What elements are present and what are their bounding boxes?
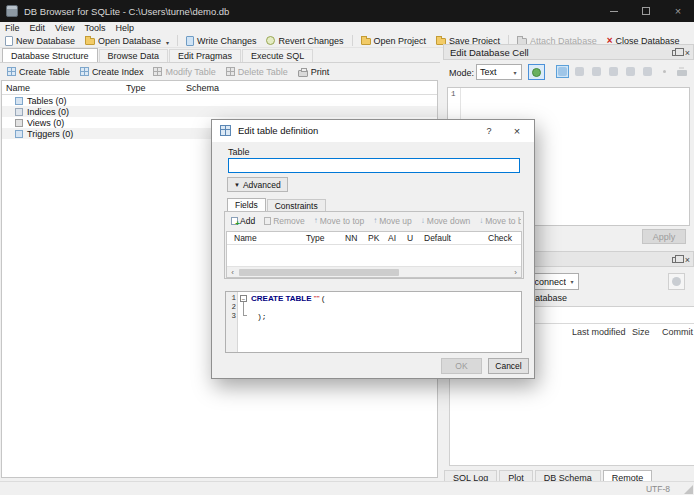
dialog-tab-bar: Fields Constraints: [227, 198, 327, 212]
import-file-button[interactable]: [590, 65, 603, 78]
menu-view[interactable]: View: [50, 23, 79, 33]
horizontal-scrollbar[interactable]: ‹ ›: [227, 266, 521, 277]
word-wrap-button[interactable]: [556, 65, 569, 78]
column-u[interactable]: U: [407, 233, 413, 243]
auto-apply-toggle[interactable]: [528, 64, 545, 80]
toolbar-separator: [352, 35, 353, 46]
fullscreen-button[interactable]: [641, 65, 654, 78]
tab-browse-data[interactable]: Browse Data: [99, 49, 169, 62]
title-bar[interactable]: DB Browser for SQLite - C:\Users\turne\d…: [0, 0, 694, 22]
tree-item-tables[interactable]: Tables (0): [2, 95, 437, 106]
sql-preview-editor[interactable]: 1 2 3 − CREATE TABLE "" ( );: [225, 291, 522, 353]
menu-help[interactable]: Help: [110, 23, 139, 33]
move-bottom-icon: ↓: [479, 216, 483, 225]
fold-marker-icon[interactable]: −: [240, 295, 247, 302]
export-file-button[interactable]: [607, 65, 620, 78]
menu-edit[interactable]: Edit: [25, 23, 51, 33]
tree-item-indices[interactable]: Indices (0): [2, 106, 437, 117]
move-up-button[interactable]: ↑ Move up: [373, 216, 412, 226]
apply-button[interactable]: Apply: [642, 229, 686, 244]
tab-constraints[interactable]: Constraints: [267, 199, 326, 211]
move-down-button[interactable]: ↓ Move down: [421, 216, 470, 226]
ok-button[interactable]: OK: [441, 358, 482, 374]
encoding-indicator: UTF-8: [646, 484, 670, 494]
write-changes-button[interactable]: Write Changes: [181, 34, 261, 48]
modify-table-button[interactable]: Modify Table: [148, 65, 220, 79]
edit-cell-panel-header[interactable]: Edit Database Cell ×: [443, 44, 694, 60]
tab-edit-pragmas[interactable]: Edit Pragmas: [169, 49, 241, 62]
help-icon: ?: [486, 126, 491, 136]
cancel-button[interactable]: Cancel: [488, 358, 529, 374]
column-ai[interactable]: AI: [388, 233, 396, 243]
fields-table[interactable]: Name Type NN PK AI U Default Check ‹ ›: [226, 231, 522, 278]
tab-execute-sql[interactable]: Execute SQL: [242, 49, 313, 62]
resize-grip[interactable]: [684, 485, 693, 494]
rtl-text-button[interactable]: [573, 65, 586, 78]
tree-column-name[interactable]: Name: [6, 83, 30, 93]
open-project-button[interactable]: Open Project: [356, 34, 432, 48]
remove-field-button[interactable]: Remove: [264, 216, 305, 226]
new-database-button[interactable]: New Database: [0, 34, 80, 48]
close-button[interactable]: ×: [662, 0, 694, 22]
fold-guide-line: [243, 315, 247, 316]
scroll-right-icon[interactable]: ›: [510, 267, 521, 277]
maximize-icon: [642, 7, 650, 15]
column-pk[interactable]: PK: [368, 233, 379, 243]
float-panel-icon[interactable]: [672, 50, 679, 56]
create-table-button[interactable]: Create Table: [2, 65, 75, 79]
create-index-button[interactable]: Create Index: [75, 65, 149, 79]
tab-fields[interactable]: Fields: [227, 198, 266, 212]
tab-database-structure[interactable]: Database Structure: [2, 48, 98, 63]
column-type[interactable]: Type: [306, 233, 324, 243]
set-null-button[interactable]: [658, 65, 671, 78]
column-check[interactable]: Check: [488, 233, 512, 243]
table-name-input[interactable]: [228, 158, 520, 173]
reload-remote-button[interactable]: [668, 273, 685, 290]
print-cell-button[interactable]: [675, 65, 688, 78]
tree-column-schema[interactable]: Schema: [186, 83, 219, 93]
minimize-button[interactable]: [598, 0, 630, 22]
rtl-text-icon: [575, 67, 584, 76]
dialog-title-bar[interactable]: Edit table definition ? ×: [212, 120, 534, 142]
save-icon: [626, 67, 635, 76]
remote-column-commit[interactable]: Commit: [662, 327, 693, 337]
add-field-button[interactable]: Add: [231, 216, 255, 226]
export-file-icon: [609, 67, 618, 76]
dialog-help-button[interactable]: ?: [476, 120, 502, 142]
remove-icon: [264, 217, 271, 225]
close-panel-icon[interactable]: ×: [685, 255, 690, 265]
fields-toolbar: Add Remove ↑ Move to top ↑ Move up ↓ Mov…: [231, 214, 521, 227]
fields-tab-pane: Add Remove ↑ Move to top ↑ Move up ↓ Mov…: [224, 211, 524, 279]
mode-label: Mode:: [449, 68, 474, 78]
mode-select[interactable]: Text ▾: [476, 64, 522, 80]
scrollbar-thumb[interactable]: [239, 269, 399, 276]
tree-column-type[interactable]: Type: [126, 83, 146, 93]
maximize-button[interactable]: [630, 0, 662, 22]
menu-tools[interactable]: Tools: [79, 23, 110, 33]
column-default[interactable]: Default: [424, 233, 451, 243]
menu-file[interactable]: File: [0, 23, 25, 33]
scroll-left-icon[interactable]: ‹: [227, 267, 238, 277]
null-icon: [663, 70, 666, 73]
revert-changes-button[interactable]: Revert Changes: [261, 34, 348, 48]
printer-icon: [677, 70, 687, 76]
line-number-gutter: 1 2 3: [226, 292, 238, 352]
remote-column-size[interactable]: Size: [632, 327, 650, 337]
column-name[interactable]: Name: [234, 233, 257, 243]
column-nn[interactable]: NN: [345, 233, 357, 243]
move-to-bottom-button[interactable]: ↓ Move to bottom: [479, 216, 521, 226]
dialog-close-button[interactable]: ×: [504, 120, 530, 142]
float-panel-icon[interactable]: [672, 257, 679, 263]
advanced-button[interactable]: ▼ Advanced: [227, 177, 288, 192]
save-cell-button[interactable]: [624, 65, 637, 78]
close-panel-icon[interactable]: ×: [685, 48, 690, 58]
print-button[interactable]: Print: [293, 65, 335, 79]
open-database-button[interactable]: Open Database ▾: [80, 34, 174, 48]
delete-table-button[interactable]: Delete Table: [221, 65, 293, 79]
remote-column-modified[interactable]: Last modified: [572, 327, 626, 337]
open-database-dropdown-icon[interactable]: ▾: [166, 39, 169, 46]
main-tab-bar: Database Structure Browse Data Edit Prag…: [2, 48, 314, 63]
move-top-icon: ↑: [314, 216, 318, 225]
move-to-top-button[interactable]: ↑ Move to top: [314, 216, 364, 226]
status-bar: UTF-8: [0, 481, 694, 495]
